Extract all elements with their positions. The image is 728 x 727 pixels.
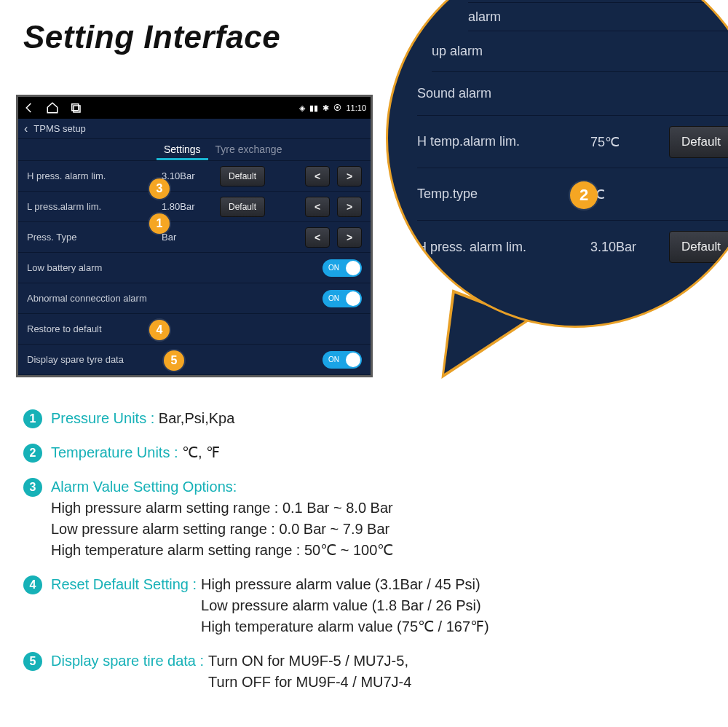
legend-badge-5: 5	[23, 652, 42, 671]
legend-item-4: 4 Reset Default Setting : High pressure …	[23, 574, 706, 637]
wifi-icon: ◈	[299, 103, 305, 113]
zoom-bubble-wrap: alarm up alarm Sound alarm H temp.alarm …	[357, 0, 728, 379]
legend-head: Reset Default Setting :	[51, 574, 197, 637]
legend-head: Temperature Units :	[51, 444, 178, 460]
zoom-bubble: alarm up alarm Sound alarm H temp.alarm …	[386, 0, 728, 328]
toggle-on[interactable]: ON	[323, 290, 362, 307]
bubble-row-htemp: H temp.alarm lim. 75℃ Default	[417, 116, 728, 168]
legend-line: Turn OFF for MU9F-4 / MU7J-4	[208, 672, 411, 693]
row-restore-default[interactable]: Restore to default 4	[18, 314, 371, 345]
row-label: H temp.alarm lim.	[417, 134, 577, 149]
row-label: H press. alarm lim.	[417, 240, 577, 255]
tab-settings[interactable]: Settings	[157, 139, 208, 160]
legend-badge-2: 2	[23, 444, 42, 463]
callout-badge-1: 1	[149, 213, 170, 234]
bluetooth-icon: ✱	[323, 103, 329, 113]
legend-item-1: 1 Pressure Units : Bar,Psi,Kpa	[23, 408, 706, 429]
row-value: 75℃	[590, 134, 656, 150]
row-abnormal-connection: Abnormal connecction alarm ON	[18, 283, 371, 314]
bubble-row-frag2: up alarm	[432, 31, 728, 72]
row-label: L press.alarm lim.	[27, 201, 154, 212]
svg-rect-0	[72, 104, 79, 111]
legend-list: 1 Pressure Units : Bar,Psi,Kpa 2 Tempera…	[23, 408, 706, 706]
home-icon[interactable]	[46, 101, 59, 114]
tab-bar: Settings Tyre exchange	[18, 139, 371, 161]
default-button[interactable]: Default	[220, 197, 265, 217]
row-pressure-type: Press. Type Bar < > 1	[18, 222, 371, 253]
bubble-row-temptype: Temp.type ℃ 2	[417, 168, 728, 221]
row-value: Bar	[162, 232, 213, 243]
default-button[interactable]: Default	[669, 126, 728, 158]
row-label: up alarm	[432, 44, 592, 59]
legend-line: High pressure alarm value (3.1Bar / 45 P…	[201, 574, 489, 595]
legend-badge-4: 4	[23, 575, 42, 594]
row-low-battery: Low battery alarm ON	[18, 253, 371, 283]
row-h-pressure: H press. alarm lim. 3.10Bar Default < > …	[18, 161, 371, 192]
row-value: 3.10Bar	[590, 240, 656, 255]
legend-line: Low pressure alarm value (1.8 Bar / 26 P…	[201, 595, 489, 616]
tab-tyre-exchange[interactable]: Tyre exchange	[208, 139, 290, 160]
row-label: Abnormal connecction alarm	[27, 293, 315, 304]
bubble-row-sound: Sound alarm	[417, 72, 728, 116]
legend-body: Bar,Psi,Kpa	[159, 410, 235, 426]
back-chevron-icon[interactable]: ‹	[24, 122, 28, 135]
bubble-row-hpress: H press. alarm lim. 3.10Bar Default	[417, 221, 728, 273]
decrement-button[interactable]: <	[305, 227, 330, 248]
row-label: alarm	[468, 9, 628, 25]
signal-icon: ▮▮	[309, 103, 318, 113]
svg-rect-1	[74, 106, 80, 112]
row-label: H press. alarm lim.	[27, 170, 154, 181]
row-l-pressure: L press.alarm lim. 1.80Bar Default < >	[18, 192, 371, 222]
legend-line: High pressure alarm setting range : 0.1 …	[51, 498, 393, 519]
row-value: 3.10Bar	[162, 170, 213, 181]
callout-badge-4: 4	[149, 320, 170, 340]
legend-head: Pressure Units :	[51, 410, 154, 426]
row-label: Low battery alarm	[27, 262, 315, 273]
legend-item-5: 5 Display spare tire data : Turn ON for …	[23, 651, 706, 693]
legend-badge-3: 3	[23, 478, 42, 497]
row-value: 1.80Bar	[162, 201, 213, 212]
status-bar: ◈ ▮▮ ✱ ⦿ 11:10	[18, 97, 371, 119]
device-screenshot: ◈ ▮▮ ✱ ⦿ 11:10 ‹ TPMS setup Settings Tyr…	[16, 95, 373, 377]
callout-badge-2: 2	[570, 181, 598, 209]
row-display-spare: Display spare tyre data ON 5	[18, 345, 371, 375]
legend-head: Display spare tire data :	[51, 651, 204, 693]
toggle-on[interactable]: ON	[323, 351, 362, 369]
legend-line: Turn ON for MU9F-5 / MU7J-5,	[208, 651, 411, 672]
recent-apps-icon[interactable]	[69, 101, 82, 114]
default-button[interactable]: Default	[669, 231, 728, 263]
legend-item-2: 2 Temperature Units : ℃, ℉	[23, 442, 706, 463]
legend-body: ℃, ℉	[182, 444, 220, 460]
legend-head: Alarm Value Setting Options:	[51, 476, 393, 498]
bubble-row-frag: alarm	[468, 2, 728, 31]
back-icon[interactable]	[23, 101, 36, 114]
legend-line: High temperature alarm value (75℃ / 167℉…	[201, 616, 489, 637]
row-label: Temp.type	[417, 186, 577, 202]
page-title: Setting Interface	[23, 19, 280, 55]
legend-line: High temperature alarm setting range : 5…	[51, 540, 393, 561]
decrement-button[interactable]: <	[305, 197, 330, 217]
subheader-title: TPMS setup	[33, 123, 86, 134]
decrement-button[interactable]: <	[305, 166, 330, 186]
row-label: Sound alarm	[417, 86, 577, 101]
row-label: Press. Type	[27, 232, 154, 243]
row-value: ℃	[590, 186, 656, 203]
legend-line: Low pressure alarm setting range : 0.0 B…	[51, 519, 393, 540]
toggle-on[interactable]: ON	[323, 259, 362, 277]
default-button[interactable]: Default	[220, 166, 265, 186]
row-label: Restore to default	[27, 323, 362, 334]
legend-item-3: 3 Alarm Value Setting Options: High pres…	[23, 476, 706, 561]
legend-badge-1: 1	[23, 409, 42, 428]
screen-subheader: ‹ TPMS setup	[18, 119, 371, 139]
callout-badge-5: 5	[164, 350, 184, 371]
rec-icon: ⦿	[333, 103, 341, 112]
